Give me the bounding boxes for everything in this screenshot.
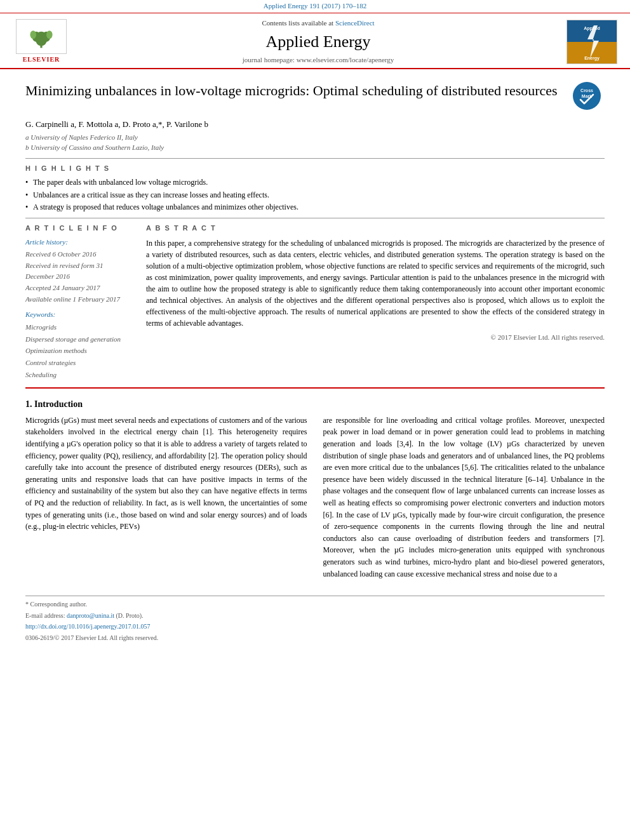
email-label: E-mail address:	[25, 612, 65, 619]
authors-line: G. Carpinelli a, F. Mottola a, D. Proto …	[25, 119, 605, 131]
sciencedirect-link: Contents lists available at ScienceDirec…	[76, 18, 560, 29]
abstract-col: A B S T R A C T In this paper, a compreh…	[146, 223, 605, 380]
intro-col-2: are responsible for line overloading and…	[323, 415, 605, 580]
svg-text:Energy: Energy	[584, 56, 600, 61]
history-section: Article history: Received 6 October 2016…	[25, 237, 133, 305]
intro-two-col: Microgrids (µGs) must meet several needs…	[25, 415, 605, 580]
page-wrapper: Applied Energy 191 (2017) 170–182 ELSEVI…	[0, 0, 630, 643]
svg-text:Applied: Applied	[584, 26, 600, 31]
email-note: E-mail address: danproto@unina.it (D. Pr…	[25, 611, 605, 621]
history-dates: Received 6 October 2016 Received in revi…	[25, 249, 133, 305]
keyword-1: Microgrids	[25, 321, 133, 333]
highlight-item-1: The paper deals with unbalanced low volt…	[25, 177, 605, 188]
crossmark-badge: Cross Mark	[573, 82, 601, 110]
received-revised-date: Received in revised form 31 December 201…	[25, 260, 133, 283]
keyword-4: Control strategies	[25, 357, 133, 369]
header-center: Contents lists available at ScienceDirec…	[70, 18, 566, 65]
accepted-date: Accepted 24 January 2017	[25, 283, 133, 294]
copyright-line: © 2017 Elsevier Ltd. All rights reserved…	[146, 333, 605, 343]
highlight-item-3: A strategy is proposed that reduces volt…	[25, 202, 605, 213]
keywords-section: Keywords: Microgrids Dispersed storage a…	[25, 310, 133, 380]
divider-2	[25, 218, 605, 218]
main-content: Minimizing unbalances in low-voltage mic…	[0, 69, 630, 590]
crossmark-logo: Cross Mark	[573, 82, 605, 114]
highlights-list: The paper deals with unbalanced low volt…	[25, 177, 605, 213]
authors-text: G. Carpinelli a, F. Mottola a, D. Proto …	[25, 119, 208, 129]
divider-thick	[25, 387, 605, 389]
corresponding-label: * Corresponding author.	[25, 601, 87, 608]
intro-text-col1: Microgrids (µGs) must meet several needs…	[25, 415, 307, 533]
abstract-label: A B S T R A C T	[146, 223, 605, 234]
journal-homepage: journal homepage: www.elsevier.com/locat…	[76, 55, 560, 65]
sciencedirect-anchor[interactable]: ScienceDirect	[335, 19, 375, 27]
journal-header: ELSEVIER Contents lists available at Sci…	[0, 13, 630, 69]
body-section: 1. Introduction Microgrids (µGs) must me…	[25, 398, 605, 580]
page-footer: * Corresponding author. E-mail address: …	[25, 596, 605, 643]
journal-notice-text: Applied Energy 191 (2017) 170–182	[264, 2, 366, 10]
history-title: Article history:	[25, 237, 133, 248]
applied-energy-logo: Applied Energy	[566, 20, 617, 64]
svg-text:Cross: Cross	[580, 88, 593, 93]
affiliations: a University of Naples Federico II, Ital…	[25, 133, 605, 153]
article-title-section: Minimizing unbalances in low-voltage mic…	[25, 82, 605, 114]
divider-1	[25, 158, 605, 159]
crossmark-icon: Cross Mark	[573, 82, 601, 110]
keyword-2: Dispersed storage and generation	[25, 333, 133, 345]
affiliation-a: a University of Naples Federico II, Ital…	[25, 133, 605, 143]
email-author-name: (D. Proto).	[116, 612, 144, 619]
issn-note: 0306-2619/© 2017 Elsevier Ltd. All right…	[25, 634, 605, 643]
svg-point-5	[46, 31, 53, 39]
top-notice: Applied Energy 191 (2017) 170–182	[0, 0, 630, 13]
article-info-col: A R T I C L E I N F O Article history: R…	[25, 223, 133, 380]
doi-note: http://dx.doi.org/10.1016/j.apenergy.201…	[25, 622, 605, 632]
contents-label: Contents lists available at	[262, 19, 333, 27]
article-info-label: A R T I C L E I N F O	[25, 223, 133, 234]
available-date: Available online 1 February 2017	[25, 294, 133, 305]
email-link[interactable]: danproto@unina.it	[67, 612, 114, 619]
keywords-title: Keywords:	[25, 310, 133, 320]
article-title: Minimizing unbalances in low-voltage mic…	[25, 82, 573, 100]
elsevier-logo: ELSEVIER	[13, 19, 70, 65]
intro-heading: 1. Introduction	[25, 398, 605, 411]
affiliation-b: b University of Cassino and Southern Laz…	[25, 143, 605, 153]
elsevier-logo-image	[16, 19, 67, 54]
abstract-text: In this paper, a comprehensive strategy …	[146, 237, 605, 329]
keyword-5: Scheduling	[25, 369, 133, 381]
doi-link[interactable]: http://dx.doi.org/10.1016/j.apenergy.201…	[25, 623, 150, 630]
highlight-item-2: Unbalances are a critical issue as they …	[25, 190, 605, 201]
corresponding-note: * Corresponding author.	[25, 600, 605, 610]
highlights-label: H I G H L I G H T S	[25, 164, 605, 174]
keywords-list: Microgrids Dispersed storage and generat…	[25, 321, 133, 380]
journal-title: Applied Energy	[76, 30, 560, 54]
keyword-3: Optimization methods	[25, 345, 133, 357]
received-date: Received 6 October 2016	[25, 249, 133, 260]
svg-point-4	[30, 31, 36, 39]
elsevier-label: ELSEVIER	[23, 55, 60, 65]
article-info-abstract: A R T I C L E I N F O Article history: R…	[25, 223, 605, 380]
applied-energy-logo-image: Applied Energy	[567, 20, 617, 63]
highlights-section: H I G H L I G H T S The paper deals with…	[25, 164, 605, 213]
intro-text-col2: are responsible for line overloading and…	[323, 415, 605, 580]
elsevier-tree-icon	[22, 23, 60, 49]
intro-col-1: Microgrids (µGs) must meet several needs…	[25, 415, 307, 580]
